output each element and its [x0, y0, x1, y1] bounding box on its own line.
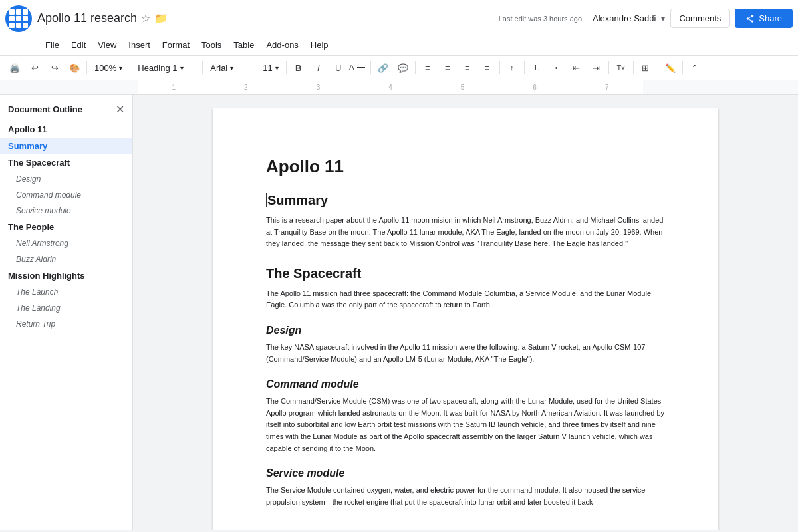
separator-8 — [499, 61, 500, 74]
collapse-toolbar-button[interactable]: ⌃ — [686, 59, 704, 77]
doc-heading-summary: Summary — [266, 193, 665, 208]
align-left-button[interactable]: ≡ — [418, 59, 437, 77]
insert-options-button[interactable]: ⊞ — [636, 59, 655, 77]
separator-6 — [370, 61, 371, 74]
outline-item-return-trip[interactable]: Return Trip — [0, 316, 132, 332]
bullet-list-button[interactable]: • — [547, 59, 566, 77]
comments-button[interactable]: Comments — [670, 9, 730, 28]
undo-button[interactable]: ↩ — [25, 59, 44, 77]
document-title[interactable]: Apollo 11 research — [37, 11, 137, 25]
document-outline-sidebar: Document Outline ✕ Apollo 11 Summary The… — [0, 95, 133, 530]
user-name: Alexandre Saddi — [593, 13, 656, 23]
star-icon[interactable]: ☆ — [141, 12, 150, 25]
doc-heading-command-module: Command module — [266, 378, 665, 390]
document-title-area: Apollo 11 research ☆ 📁 — [37, 11, 499, 25]
redo-button[interactable]: ↪ — [45, 59, 64, 77]
user-dropdown-icon[interactable]: ▾ — [661, 14, 665, 23]
toolbar: 🖨️ ↩ ↪ 🎨 100% ▾ Heading 1 ▾ Arial ▾ 11 ▾… — [0, 56, 798, 80]
align-center-button[interactable]: ≡ — [438, 59, 457, 77]
zoom-select[interactable]: 100% ▾ — [90, 61, 127, 76]
align-right-button[interactable]: ≡ — [458, 59, 477, 77]
menu-file[interactable]: File — [40, 37, 65, 53]
outline-item-spacecraft[interactable]: The Spacecraft — [0, 154, 132, 171]
document-area[interactable]: Apollo 11 Summary This is a research pap… — [133, 95, 798, 530]
separator-5 — [286, 61, 287, 74]
document-page: Apollo 11 Summary This is a research pap… — [213, 108, 718, 530]
sidebar-close-button[interactable]: ✕ — [116, 103, 124, 116]
ruler-mark-4: 4 — [388, 84, 392, 91]
outline-item-buzz-aldrin[interactable]: Buzz Aldrin — [0, 251, 132, 267]
font-chevron: ▾ — [230, 65, 233, 72]
italic-button[interactable]: I — [309, 59, 328, 77]
doc-para-command-0: The Command/Service Module (CSM) was one… — [266, 396, 665, 454]
style-select[interactable]: Heading 1 ▾ — [133, 61, 200, 76]
decrease-indent-button[interactable]: ⇤ — [567, 59, 586, 77]
doc-para-design-0: The key NASA spacecraft involved in the … — [266, 342, 665, 365]
align-justify-button[interactable]: ≡ — [478, 59, 497, 77]
outline-item-design[interactable]: Design — [0, 171, 132, 187]
separator-9 — [524, 61, 525, 74]
sidebar-header: Document Outline ✕ — [0, 95, 132, 121]
outline-item-summary[interactable]: Summary — [0, 138, 132, 154]
outline-item-landing[interactable]: The Landing — [0, 300, 132, 316]
separator-3 — [202, 61, 203, 74]
ruler-mark-2: 2 — [244, 84, 248, 91]
menu-tools[interactable]: Tools — [196, 37, 227, 53]
doc-heading-service-module: Service module — [266, 467, 665, 479]
share-icon — [745, 14, 755, 23]
last-edit-text: Last edit was 3 hours ago — [499, 15, 593, 23]
doc-para-service-0: The Service Module contained oxygen, wat… — [266, 485, 665, 508]
paint-format-button[interactable]: 🎨 — [65, 59, 84, 77]
separator-13 — [682, 61, 683, 74]
menu-bar: File Edit View Insert Format Tools Table… — [0, 37, 798, 56]
doc-heading-design: Design — [266, 325, 665, 336]
link-button[interactable]: 🔗 — [374, 59, 392, 77]
ruler-mark-1: 1 — [172, 84, 176, 91]
menu-addons[interactable]: Add-ons — [261, 37, 303, 53]
ruler-mark-5: 5 — [461, 84, 465, 91]
ruler-mark-3: 3 — [317, 84, 321, 91]
outline-item-command-module[interactable]: Command module — [0, 187, 132, 203]
print-button[interactable]: 🖨️ — [5, 59, 24, 77]
outline-item-mission-highlights[interactable]: Mission Highlights — [0, 267, 132, 284]
underline-button[interactable]: U — [329, 59, 348, 77]
size-select[interactable]: 11 ▾ — [258, 61, 283, 76]
doc-para-spacecraft-0: The Apollo 11 mission had three spacecra… — [266, 288, 665, 311]
line-spacing-button[interactable]: ↕ — [503, 59, 521, 77]
doc-para-summary-0: This is a research paper about the Apoll… — [266, 215, 665, 250]
ruler: 1 2 3 4 5 6 7 — [0, 80, 798, 95]
separator-2 — [130, 61, 130, 74]
menu-format[interactable]: Format — [157, 37, 195, 53]
google-apps-button[interactable] — [5, 5, 32, 32]
share-button[interactable]: Share — [735, 9, 793, 28]
separator-11 — [633, 61, 634, 74]
outline-item-people[interactable]: The People — [0, 219, 132, 235]
outline-item-launch[interactable]: The Launch — [0, 284, 132, 300]
menu-edit[interactable]: Edit — [66, 37, 91, 53]
increase-indent-button[interactable]: ⇥ — [587, 59, 606, 77]
pencil-button[interactable]: ✏️ — [661, 59, 680, 77]
sidebar-title: Document Outline — [8, 104, 82, 114]
font-select[interactable]: Arial ▾ — [205, 61, 252, 76]
comment-button[interactable]: 💬 — [394, 59, 412, 77]
menu-table[interactable]: Table — [228, 37, 259, 53]
bold-button[interactable]: B — [289, 59, 308, 77]
folder-icon[interactable]: 📁 — [154, 12, 168, 25]
separator-1 — [86, 61, 87, 74]
separator-12 — [658, 61, 658, 74]
separator-4 — [255, 61, 255, 74]
doc-heading-spacecraft: The Spacecraft — [266, 266, 665, 281]
style-chevron: ▾ — [180, 65, 184, 72]
numbered-list-button[interactable]: 1. — [527, 59, 546, 77]
menu-view[interactable]: View — [92, 37, 122, 53]
outline-item-service-module[interactable]: Service module — [0, 203, 132, 219]
share-label: Share — [759, 13, 782, 23]
menu-help[interactable]: Help — [305, 37, 334, 53]
clear-formatting-button[interactable]: Tx — [612, 59, 630, 77]
main-area: Document Outline ✕ Apollo 11 Summary The… — [0, 95, 798, 530]
outline-item-neil-armstrong[interactable]: Neil Armstrong — [0, 235, 132, 251]
ruler-inner: 1 2 3 4 5 6 7 — [138, 80, 643, 94]
text-color-button[interactable]: A — [349, 59, 368, 77]
menu-insert[interactable]: Insert — [123, 37, 156, 53]
outline-item-apollo11[interactable]: Apollo 11 — [0, 121, 132, 138]
